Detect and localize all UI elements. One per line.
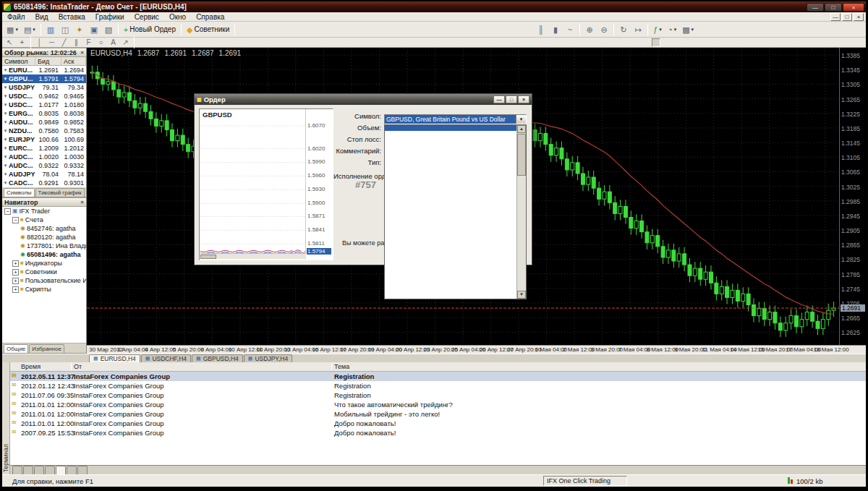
navigator-item[interactable]: + ■ Пользовательские Инд [2,276,86,285]
market-watch-row[interactable]: ▼ CADC... 0.9291 0.9301 [2,179,86,187]
market-watch-button[interactable]: ▥ [43,23,58,36]
menu-item[interactable]: Сервис [129,13,164,21]
symbol-option[interactable] [385,131,516,137]
symbol-option[interactable] [385,177,516,183]
column-ask[interactable]: Аск [61,57,86,65]
terminal-tab[interactable] [56,466,66,474]
terminal-tab[interactable] [34,466,44,474]
symbol-option[interactable] [385,218,516,223]
menu-item[interactable]: Вставка [54,13,90,21]
market-watch-row[interactable]: ▼ GBPU... 1.5791 1.5794 [2,74,86,83]
symbol-option[interactable] [385,200,516,206]
tab-tick-chart[interactable]: Тиковый график [35,188,85,197]
menu-item[interactable]: Вид [30,13,54,21]
new-order-button[interactable]: + Новый Ордер [121,23,179,36]
market-watch-row[interactable]: ▼ EURG... 0.8035 0.8038 [2,109,86,118]
chart-tab[interactable]: ▦ USDJPY,H4 [244,354,292,362]
mail-row[interactable]: ✉ 2012.01.12 12:43 InstaForex Companies … [10,381,866,390]
symbol-option[interactable] [385,264,516,270]
market-watch-row[interactable]: ▼ EURC... 1.2009 1.2012 [2,144,86,153]
tree-expander[interactable]: + [12,269,19,276]
tab-favorites[interactable]: Избранное [29,344,64,353]
terminal-tab[interactable] [45,466,55,474]
symbol-option[interactable] [385,189,516,195]
templates-button[interactable]: ▩ ▾ [679,23,697,36]
column-bid[interactable]: Бид [35,57,61,65]
symbol-option[interactable] [385,154,516,160]
symbol-option[interactable] [385,258,516,264]
timeframe-button[interactable] [634,38,643,47]
symbol-option[interactable] [385,276,516,281]
channel-button[interactable]: ∥ [70,38,82,47]
navigator-item[interactable]: ◉ 8452746: agatha [2,224,86,233]
trendline-button[interactable]: ╱ [58,38,70,47]
profiles-button[interactable]: ▤ ▾ [21,23,38,36]
line-chart-button[interactable]: ~ [563,23,577,36]
scrollbar-thumb[interactable] [517,134,526,176]
menu-item[interactable]: Файл [2,13,30,21]
symbol-option[interactable] [385,166,516,171]
terminal-button[interactable]: ▣ [87,23,101,36]
symbol-option[interactable] [385,293,516,299]
one-click-trading-status[interactable]: IFX One Click Trading [543,476,627,486]
crosshair-button[interactable]: + [16,38,28,47]
dialog-close-button[interactable]: × [518,95,529,103]
symbol-option[interactable] [385,252,516,258]
bar-chart-button[interactable]: ║ [534,23,548,36]
menu-item[interactable]: Графики [90,13,129,21]
column-time[interactable]: Время [21,362,41,371]
symbol-option[interactable] [385,160,516,166]
dialog-minimize-button[interactable]: — [493,95,505,103]
auto-scroll-button[interactable]: ↻ [616,23,631,36]
symbol-option[interactable] [385,223,516,229]
arrows-button[interactable]: ↗ [119,38,132,47]
dialog-title-bar[interactable]: ▦ Ордер — □ × [195,94,532,105]
navigator-item[interactable]: + ■ Советники [2,268,86,276]
market-watch-row[interactable]: ▼ AUDC... 1.0020 1.0030 [2,153,86,161]
shapes-button[interactable]: ○ [95,38,107,47]
chart-shift-button[interactable]: ↦ [631,23,645,36]
minimize-button[interactable]: — [807,3,824,12]
market-watch-row[interactable]: ▼ USDC... 0.9462 0.9465 [2,92,86,101]
symbol-option[interactable] [385,281,516,287]
market-watch-row[interactable]: ▼ AUDU... 0.9849 0.9852 [2,118,86,127]
zoom-out-button[interactable]: ⊖ [597,23,611,36]
navigator-item[interactable]: ◉ 8820120: agatha [2,233,86,242]
column-subject[interactable]: Тема [334,362,349,371]
scrollbar-thumb[interactable] [200,255,216,259]
column-separator[interactable] [331,362,332,370]
strategy-tester-button[interactable]: ▧ [101,23,116,36]
close-market-watch-icon[interactable]: × [80,49,84,56]
close-button[interactable]: × [843,3,864,12]
symbol-option[interactable] [385,142,516,148]
chart-tab[interactable]: ▦ USDCHF,H4 [141,354,191,362]
chart-close-button[interactable]: × [854,13,864,21]
navigator-item[interactable]: − ▣ IFX Trader [2,207,86,215]
symbol-option[interactable] [385,206,516,212]
market-watch-row[interactable]: ▼ AUDC... 0.9322 0.9332 [2,161,86,170]
timeframe-button[interactable] [669,38,678,47]
column-symbol[interactable]: Символ [2,57,35,65]
symbol-option[interactable] [385,247,516,252]
menu-item[interactable]: Окно [164,13,191,21]
horizontal-line-button[interactable]: ─ [46,38,58,47]
symbol-option[interactable] [385,125,516,131]
tree-expander[interactable]: + [12,260,19,267]
mail-row[interactable]: ✉ 2011.01.01 12:00 InstaForex Companies … [10,419,866,428]
navigator-item[interactable]: ◉ 65081496: agatha [2,250,86,259]
navigator-item[interactable]: + ■ Индикаторы [2,259,86,268]
new-chart-button[interactable]: ▦ ▾ [4,23,21,36]
tick-chart-scrollbar[interactable] [200,253,306,259]
chart-minimize-button[interactable]: — [830,13,841,21]
symbol-option[interactable] [385,241,516,247]
tree-expander[interactable]: − [4,208,11,215]
chart-restore-button[interactable]: □ [842,13,852,21]
chart-tab[interactable]: ▦ EURUSD,H4 [89,354,140,362]
symbol-option[interactable] [385,183,516,189]
symbol-option[interactable] [385,287,516,293]
data-window-button[interactable]: ◫ [58,23,72,36]
terminal-tab[interactable] [12,466,22,474]
fibonacci-button[interactable]: F [82,38,95,47]
dialog-maximize-button[interactable]: □ [506,95,517,103]
chart-tab[interactable]: ▦ GBPUSD,H4 [192,354,243,362]
